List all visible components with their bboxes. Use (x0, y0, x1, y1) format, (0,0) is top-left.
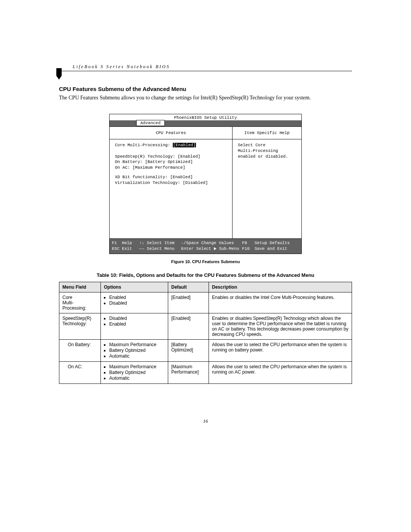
option-item: Maximum Performance (109, 364, 165, 369)
option-item: Battery Optimized (109, 348, 165, 353)
header-mark-icon (55, 68, 63, 81)
bios-help-text: Select Core Multi-Processing enabled or … (233, 139, 301, 238)
table-header: Description (209, 282, 352, 292)
option-item: Automatic (109, 353, 165, 359)
table-row: On Battery:Maximum PerformanceBattery Op… (59, 339, 352, 361)
cell-description: Enables or disables SpeedStep(R) Technol… (209, 313, 352, 339)
header-text: LifeBook S Series Notebook BIOS (73, 64, 170, 69)
table-row: SpeedStep(R) Technology:DisabledEnabled[… (59, 313, 352, 339)
bios-setting-row[interactable]: SpeedStep(R) Technology: [Enabled] (115, 154, 228, 160)
section-title: CPU Features Submenu of the Advanced Men… (59, 86, 352, 92)
cell-options: Maximum PerformanceBattery OptimizedAuto… (101, 361, 168, 383)
cell-default: [Battery Optimized] (168, 339, 209, 361)
table-caption: Table 10: Fields, Options and Defaults f… (59, 272, 352, 278)
bios-setting-value[interactable]: [Disabled] (183, 181, 208, 185)
page: LifeBook S Series Notebook BIOS CPU Feat… (59, 63, 352, 424)
bios-setting-value[interactable]: [Maximum Performance] (132, 165, 185, 170)
bios-help-title: Item Specific Help (233, 127, 301, 139)
bios-footer: F1 Help↑↓ Select Item-/Space Change Valu… (110, 239, 301, 254)
bios-setting-value[interactable]: [Enabled] (178, 154, 200, 159)
bios-setting-value[interactable]: [Battery Optimized] (145, 160, 193, 164)
bios-help-panel: Item Specific Help Select Core Multi-Pro… (233, 127, 301, 238)
spec-table: Menu FieldOptionsDefaultDescription Core… (59, 282, 352, 384)
table-header: Options (101, 282, 168, 292)
cell-description: Allows the user to select the CPU perfor… (209, 339, 352, 361)
bios-setting-row[interactable]: Virtualization Technology: [Disabled] (115, 180, 228, 186)
running-header: LifeBook S Series Notebook BIOS (59, 63, 352, 71)
intro-text: The CPU Features Submenu allows you to c… (59, 94, 352, 102)
table-header: Default (168, 282, 209, 292)
bios-setting-row[interactable]: Core Multi-Processing: [Enabled] (115, 142, 228, 148)
cell-default: [Maximum Performance] (168, 361, 209, 383)
table-header: Menu Field (59, 282, 101, 292)
cell-options: EnabledDisabled (101, 292, 168, 313)
cell-description: Enables or disables the Intel Core Multi… (209, 292, 352, 313)
bios-settings: Core Multi-Processing: [Enabled]SpeedSte… (110, 139, 232, 238)
option-item: Enabled (109, 321, 165, 327)
option-item: Battery Optimized (109, 370, 165, 375)
bios-left-title: CPU Features (110, 127, 232, 139)
bios-left-panel: CPU Features Core Multi-Processing: [Ena… (110, 127, 233, 238)
cell-field: On Battery: (59, 339, 101, 361)
cell-options: DisabledEnabled (101, 313, 168, 339)
option-item: Maximum Performance (109, 342, 165, 347)
bios-menu-bar: Advanced (110, 120, 301, 127)
option-item: Disabled (109, 300, 165, 306)
bios-utility: PhoenixBIOS Setup Utility Advanced CPU F… (109, 114, 302, 254)
bios-setting-row[interactable]: On AC: [Maximum Performance] (115, 165, 228, 171)
bios-setting-row[interactable]: XD Bit functionality: [Enabled] (115, 174, 228, 180)
bios-setting-value[interactable]: [Enabled] (173, 143, 196, 147)
cell-field: Core Multi-Processing: (59, 292, 101, 313)
table-row: Core Multi-Processing:EnabledDisabled[En… (59, 292, 352, 313)
bios-setting-value[interactable]: [Enabled] (170, 175, 193, 179)
bios-setting-row[interactable]: On Battery: [Battery Optimized] (115, 159, 228, 165)
table-row: On AC:Maximum PerformanceBattery Optimiz… (59, 361, 352, 383)
cell-default: [Enabled] (168, 313, 209, 339)
option-item: Automatic (109, 375, 165, 381)
cell-options: Maximum PerformanceBattery OptimizedAuto… (101, 339, 168, 361)
cell-description: Allows the user to select the CPU perfor… (209, 361, 352, 383)
bios-title: PhoenixBIOS Setup Utility (110, 114, 301, 120)
cell-field: SpeedStep(R) Technology: (59, 313, 101, 339)
cell-field: On AC: (59, 361, 101, 383)
tab-advanced[interactable]: Advanced (136, 120, 165, 126)
option-item: Disabled (109, 316, 165, 321)
page-number: 16 (59, 418, 352, 424)
cell-default: [Enabled] (168, 292, 209, 313)
svg-marker-0 (56, 68, 62, 80)
option-item: Enabled (109, 295, 165, 300)
figure-caption: Figure 10. CPU Features Submenu (59, 259, 352, 264)
